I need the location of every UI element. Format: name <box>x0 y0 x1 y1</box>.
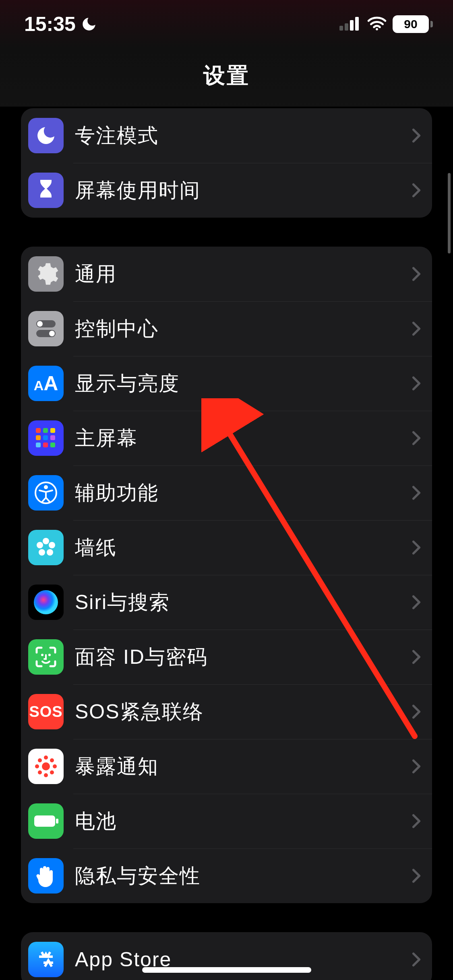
row-label: 主屏幕 <box>75 425 412 452</box>
svg-rect-1 <box>345 23 348 31</box>
row-label: 屏幕使用时间 <box>75 177 412 204</box>
row-label: SOS紧急联络 <box>75 698 412 725</box>
settings-row-display[interactable]: AA 显示与亮度 <box>21 356 432 411</box>
svg-point-31 <box>44 773 48 777</box>
settings-row-faceid[interactable]: 面容 ID与密码 <box>21 630 432 684</box>
battery-icon <box>28 803 64 839</box>
svg-point-23 <box>39 549 45 556</box>
settings-row-screentime[interactable]: 屏幕使用时间 <box>21 163 432 218</box>
settings-group-focus: 专注模式 屏幕使用时间 <box>21 108 432 218</box>
accessibility-icon <box>28 475 64 511</box>
svg-rect-9 <box>36 428 41 433</box>
svg-point-33 <box>53 764 57 768</box>
svg-point-30 <box>44 756 48 760</box>
svg-rect-14 <box>50 435 55 440</box>
chevron-right-icon <box>412 183 421 198</box>
row-label: 隐私与安全性 <box>75 863 412 889</box>
faceid-icon <box>28 639 64 675</box>
gear-icon <box>28 256 64 292</box>
svg-point-32 <box>35 764 39 768</box>
settings-content[interactable]: 专注模式 屏幕使用时间 通用 <box>0 107 453 980</box>
settings-row-home[interactable]: 主屏幕 <box>21 411 432 465</box>
settings-group-store: App Store <box>21 932 432 980</box>
settings-row-sos[interactable]: SOS SOS紧急联络 <box>21 684 432 739</box>
scroll-indicator[interactable] <box>448 173 451 253</box>
row-label: Siri与搜索 <box>75 589 412 616</box>
svg-point-27 <box>41 654 43 656</box>
settings-row-focus[interactable]: 专注模式 <box>21 108 432 163</box>
flower-icon <box>28 530 64 565</box>
svg-rect-10 <box>43 428 48 433</box>
battery-level: 90 <box>404 17 417 31</box>
row-label: 面容 ID与密码 <box>75 644 412 671</box>
status-time: 15:35 <box>24 12 76 36</box>
settings-row-privacy[interactable]: 隐私与安全性 <box>21 848 432 903</box>
row-label: 显示与亮度 <box>75 370 412 397</box>
text-size-icon: AA <box>28 366 64 401</box>
exposure-icon <box>28 749 64 784</box>
row-label: 墙纸 <box>75 534 412 561</box>
settings-row-battery[interactable]: 电池 <box>21 794 432 848</box>
moon-icon <box>28 118 64 153</box>
svg-point-37 <box>50 770 54 774</box>
svg-point-4 <box>376 28 378 31</box>
settings-row-accessibility[interactable]: 辅助功能 <box>21 465 432 520</box>
siri-icon <box>28 585 64 620</box>
svg-rect-12 <box>36 435 41 440</box>
hourglass-icon <box>28 173 64 208</box>
svg-rect-2 <box>350 20 354 31</box>
svg-point-29 <box>42 762 50 770</box>
chevron-right-icon <box>412 595 421 610</box>
chevron-right-icon <box>412 868 421 883</box>
row-label: 专注模式 <box>75 122 412 149</box>
svg-rect-11 <box>50 428 55 433</box>
settings-row-general[interactable]: 通用 <box>21 247 432 301</box>
status-right: 90 <box>339 15 433 33</box>
chevron-right-icon <box>412 704 421 719</box>
settings-row-exposure[interactable]: 暴露通知 <box>21 739 432 794</box>
row-label: 暴露通知 <box>75 753 412 780</box>
settings-row-wallpaper[interactable]: 墙纸 <box>21 520 432 575</box>
app-grid-icon <box>28 420 64 456</box>
settings-group-general: 通用 控制中心 AA 显示与亮度 <box>21 247 432 903</box>
chevron-right-icon <box>412 430 421 446</box>
chevron-right-icon <box>412 649 421 665</box>
settings-row-siri[interactable]: Siri与搜索 <box>21 575 432 630</box>
svg-rect-15 <box>36 443 41 447</box>
svg-point-21 <box>49 542 55 548</box>
svg-point-28 <box>48 654 51 656</box>
svg-point-19 <box>44 485 48 489</box>
chevron-right-icon <box>412 266 421 282</box>
svg-point-24 <box>37 542 43 548</box>
wifi-icon <box>367 16 387 33</box>
row-label: 辅助功能 <box>75 480 412 506</box>
settings-row-control-center[interactable]: 控制中心 <box>21 301 432 356</box>
hand-icon <box>28 858 64 894</box>
row-label: 电池 <box>75 808 412 835</box>
svg-point-8 <box>49 331 55 336</box>
cellular-signal-icon <box>339 16 361 32</box>
chevron-right-icon <box>412 759 421 774</box>
chevron-right-icon <box>412 540 421 555</box>
svg-point-6 <box>37 321 43 327</box>
svg-point-25 <box>43 545 49 550</box>
svg-point-26 <box>34 590 58 614</box>
appstore-icon <box>28 942 64 977</box>
settings-row-appstore[interactable]: App Store <box>21 932 432 980</box>
chevron-right-icon <box>412 952 421 967</box>
dnd-moon-icon <box>81 16 97 33</box>
svg-rect-13 <box>43 435 48 440</box>
svg-point-34 <box>38 758 42 762</box>
row-label: 通用 <box>75 261 412 288</box>
svg-rect-3 <box>355 17 359 31</box>
svg-rect-17 <box>50 443 55 447</box>
chevron-right-icon <box>412 485 421 500</box>
home-indicator[interactable] <box>142 967 311 973</box>
sos-icon: SOS <box>28 694 64 729</box>
svg-point-22 <box>47 549 53 556</box>
svg-rect-38 <box>34 815 55 827</box>
svg-rect-39 <box>56 819 58 824</box>
status-left: 15:35 <box>24 12 97 36</box>
svg-rect-0 <box>339 26 343 31</box>
svg-point-35 <box>50 758 54 762</box>
